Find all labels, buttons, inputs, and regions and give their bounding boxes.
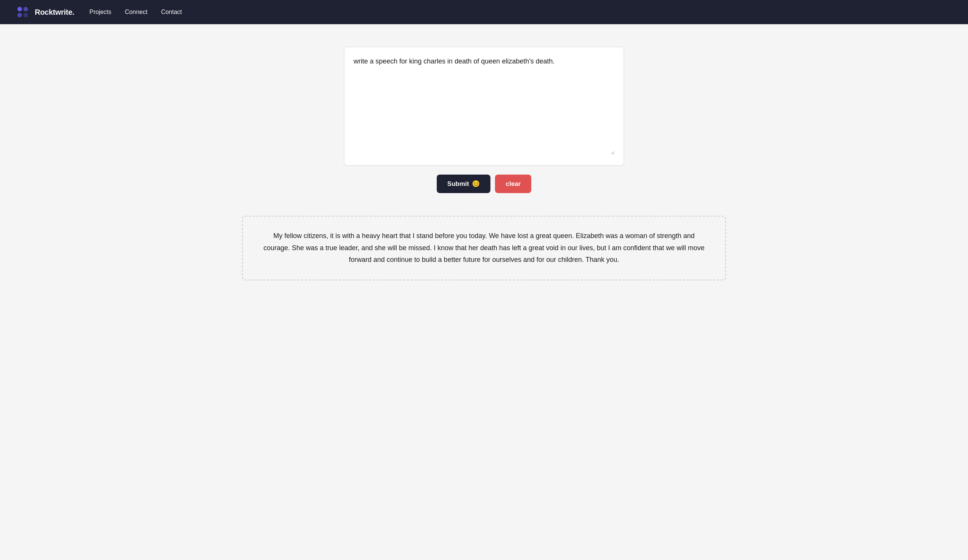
svg-point-1 xyxy=(23,7,28,12)
result-container: My fellow citizens, it is with a heavy h… xyxy=(242,216,726,280)
submit-label: Submit xyxy=(448,180,469,188)
input-container: write a speech for king charles in death… xyxy=(344,47,624,165)
main-content: write a speech for king charles in death… xyxy=(0,24,968,296)
nav-logo[interactable]: Rocktwrite. xyxy=(15,5,75,20)
submit-button[interactable]: Submit 😊 xyxy=(437,175,491,193)
prompt-textarea[interactable]: write a speech for king charles in death… xyxy=(353,56,615,155)
nav-link-connect[interactable]: Connect xyxy=(125,9,148,15)
nav-brand: Rocktwrite. xyxy=(35,8,75,17)
svg-point-0 xyxy=(17,7,22,12)
svg-point-2 xyxy=(17,13,22,17)
svg-point-3 xyxy=(23,13,28,17)
buttons-row: Submit 😊 clear xyxy=(437,175,531,193)
nav-link-contact[interactable]: Contact xyxy=(161,9,182,15)
result-text: My fellow citizens, it is with a heavy h… xyxy=(261,230,707,266)
nav-link-projects[interactable]: Projects xyxy=(90,9,111,15)
submit-emoji: 😊 xyxy=(472,180,480,188)
logo-icon xyxy=(15,5,30,20)
navbar: Rocktwrite. Projects Connect Contact xyxy=(0,0,968,24)
clear-button[interactable]: clear xyxy=(495,175,531,193)
nav-links: Projects Connect Contact xyxy=(90,9,182,15)
